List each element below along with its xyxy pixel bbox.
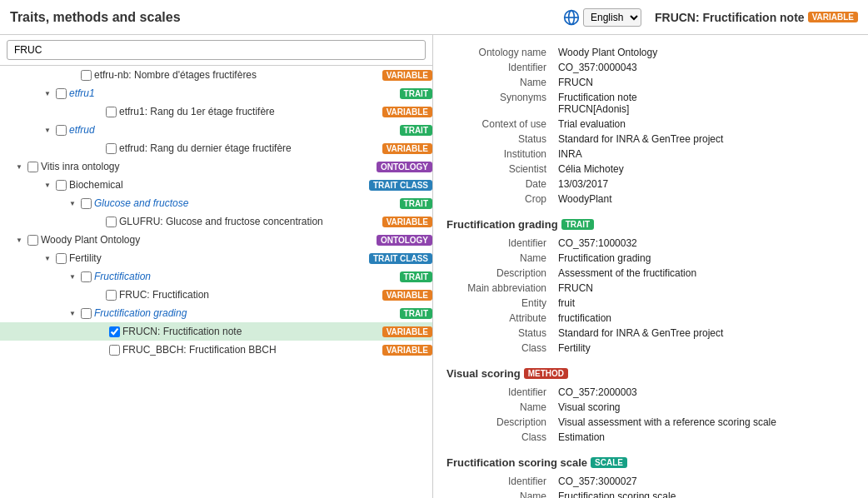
tree-item-etfru1[interactable]: ▼etfru1TRAIT: [0, 84, 432, 102]
fg-abbrev-label: Main abbreviation: [446, 281, 555, 296]
vs-name-value: Visual scoring: [555, 400, 855, 415]
tree-toggle-etfrud-rang: [92, 142, 103, 154]
fg-abbrev-value: FRUCN: [555, 281, 855, 296]
tree-label-fruc: FRUC: Fructification: [119, 289, 377, 301]
tree-toggle-fructification-grading[interactable]: ▼: [67, 307, 78, 319]
tree-checkbox-fruc-bbch[interactable]: [109, 345, 120, 356]
tree-badge-fruc-bbch: VARIABLE: [382, 345, 432, 356]
crop-label: Crop: [446, 192, 555, 207]
fss-name-value: Fructification scoring scale: [555, 489, 855, 498]
tree-checkbox-etfru1[interactable]: [56, 88, 67, 99]
ontology-name-row: Ontology name Woody Plant Ontology: [446, 45, 855, 60]
tree-checkbox-fructification[interactable]: [81, 271, 92, 282]
tree-label-etfrud: etfrud: [69, 124, 395, 136]
vs-identifier-label: Identifier: [446, 385, 555, 400]
fructification-grading-section: Fructification grading TRAIT Identifier …: [446, 218, 855, 356]
tree-item-etfru1-rang[interactable]: etfru1: Rang du 1er étage fructifèreVARI…: [0, 102, 432, 121]
search-bar: [0, 35, 432, 66]
tree-item-etfrud-rang[interactable]: etfrud: Rang du dernier étage fructifère…: [0, 139, 432, 157]
tree-toggle-etfru1-rang: [92, 106, 103, 117]
fg-name-label: Name: [446, 251, 555, 266]
visual-scoring-section: Visual scoring METHOD Identifier CO_357:…: [446, 367, 855, 445]
tree-item-etfru-nb[interactable]: etfru-nb: Nombre d'étages fructifèresVAR…: [0, 66, 432, 84]
tree-badge-etfru-nb: VARIABLE: [382, 70, 432, 81]
crop-row: Crop WoodyPlant: [446, 192, 855, 207]
vs-description-value: Visual assessment with a reference scori…: [555, 415, 855, 430]
date-row: Date 13/03/2017: [446, 177, 855, 192]
name-label: Name: [446, 75, 555, 90]
tree-item-fructification-grading[interactable]: ▼Fructification gradingTRAIT: [0, 304, 432, 322]
tree-toggle-etfrud[interactable]: ▼: [42, 124, 53, 136]
tree-toggle-glucose-fructose[interactable]: ▼: [67, 197, 78, 209]
language-select[interactable]: English: [583, 8, 641, 27]
fg-description-value: Assessment of the fructification: [555, 266, 855, 281]
tree-badge-fructification: TRAIT: [400, 271, 432, 282]
tree-toggle-vitis-ontology[interactable]: ▼: [13, 161, 25, 172]
tree-toggle-fruc-bbch: [95, 344, 107, 356]
tree-badge-woody-plant-ontology: ONTOLOGY: [377, 235, 432, 246]
tree-item-etfrud[interactable]: ▼etfrudTRAIT: [0, 121, 432, 139]
tree-toggle-fructification[interactable]: ▼: [67, 271, 78, 282]
tree-badge-etfrud: TRAIT: [400, 125, 432, 136]
tree-checkbox-biochemical[interactable]: [56, 180, 67, 191]
tree-toggle-etfru1[interactable]: ▼: [42, 87, 53, 99]
tree-item-fruc[interactable]: FRUC: FructificationVARIABLE: [0, 286, 432, 304]
tree-item-fructification[interactable]: ▼FructificationTRAIT: [0, 267, 432, 286]
tree-badge-fertility: TRAIT CLASS: [369, 253, 432, 264]
scientist-row: Scientist Célia Michotey: [446, 162, 855, 177]
fg-entity-row: Entity fruit: [446, 296, 855, 311]
synonyms-label: Synonyms: [446, 90, 555, 117]
tree-checkbox-glufru[interactable]: [106, 217, 117, 227]
tree-checkbox-frucn[interactable]: [109, 326, 120, 337]
tree-label-etfru1: etfru1: [69, 87, 395, 99]
tree-checkbox-etfru-nb[interactable]: [81, 70, 92, 81]
fss-name-label: Name: [446, 489, 555, 498]
vs-identifier-row: Identifier CO_357:2000003: [446, 385, 855, 400]
tree-badge-fruc: VARIABLE: [382, 290, 432, 301]
tree-badge-frucn: VARIABLE: [382, 326, 432, 337]
tree-item-vitis-ontology[interactable]: ▼Vitis inra ontologyONTOLOGY: [0, 157, 432, 176]
tree-toggle-biochemical[interactable]: ▼: [42, 179, 53, 191]
tree-label-vitis-ontology: Vitis inra ontology: [41, 161, 372, 172]
tree-container[interactable]: etfru-nb: Nombre d'étages fructifèresVAR…: [0, 66, 432, 498]
ontology-name-value: Woody Plant Ontology: [555, 45, 855, 60]
tree-checkbox-fertility[interactable]: [56, 253, 67, 264]
tree-checkbox-fruc[interactable]: [106, 290, 117, 301]
tree-item-frucn[interactable]: FRUCN: Fructification noteVARIABLE: [0, 322, 432, 341]
search-input[interactable]: [7, 40, 426, 60]
fructification-scoring-scale-header: Fructification scoring scale SCALE: [446, 456, 855, 469]
tree-checkbox-etfru1-rang[interactable]: [106, 107, 117, 117]
tree-toggle-woody-plant-ontology[interactable]: ▼: [13, 234, 25, 246]
fss-identifier-label: Identifier: [446, 474, 555, 489]
tree-checkbox-vitis-ontology[interactable]: [27, 162, 38, 172]
vs-name-label: Name: [446, 400, 555, 415]
tree-checkbox-glucose-fructose[interactable]: [81, 198, 92, 209]
tree-item-glufru[interactable]: GLUFRU: Glucose and fructose concentrati…: [0, 212, 432, 231]
tree-checkbox-etfrud-rang[interactable]: [106, 143, 117, 154]
tree-item-fruc-bbch[interactable]: FRUC_BBCH: Fructification BBCHVARIABLE: [0, 341, 432, 359]
vs-description-row: Description Visual assessment with a ref…: [446, 415, 855, 430]
tree-badge-vitis-ontology: ONTOLOGY: [377, 162, 432, 172]
scientist-value: Célia Michotey: [555, 162, 855, 177]
fg-abbrev-row: Main abbreviation FRUCN: [446, 281, 855, 296]
tree-toggle-fertility[interactable]: ▼: [42, 252, 53, 264]
tree-badge-etfrud-rang: VARIABLE: [382, 143, 432, 154]
tree-item-fertility[interactable]: ▼FertilityTRAIT CLASS: [0, 249, 432, 267]
fss-identifier-row: Identifier CO_357:3000027: [446, 474, 855, 489]
tree-badge-biochemical: TRAIT CLASS: [369, 180, 432, 191]
tree-checkbox-etfrud[interactable]: [56, 125, 67, 136]
tree-item-biochemical[interactable]: ▼BiochemicalTRAIT CLASS: [0, 176, 432, 194]
tree-label-etfru-nb: etfru-nb: Nombre d'étages fructifères: [94, 69, 377, 81]
tree-checkbox-woody-plant-ontology[interactable]: [27, 235, 38, 246]
date-value: 13/03/2017: [555, 177, 855, 192]
fg-description-row: Description Assessment of the fructifica…: [446, 266, 855, 281]
date-label: Date: [446, 177, 555, 192]
tree-checkbox-fructification-grading[interactable]: [81, 308, 92, 319]
tree-item-woody-plant-ontology[interactable]: ▼Woody Plant OntologyONTOLOGY: [0, 231, 432, 249]
detail-title: FRUCN: Fructification note: [655, 11, 805, 24]
vs-identifier-value: CO_357:2000003: [555, 385, 855, 400]
fg-entity-value: fruit: [555, 296, 855, 311]
right-panel[interactable]: Ontology name Woody Plant Ontology Ident…: [433, 35, 868, 498]
tree-item-glucose-fructose[interactable]: ▼Glucose and fructoseTRAIT: [0, 194, 432, 212]
header: Traits, methods and scales English FRUCN…: [0, 0, 868, 35]
